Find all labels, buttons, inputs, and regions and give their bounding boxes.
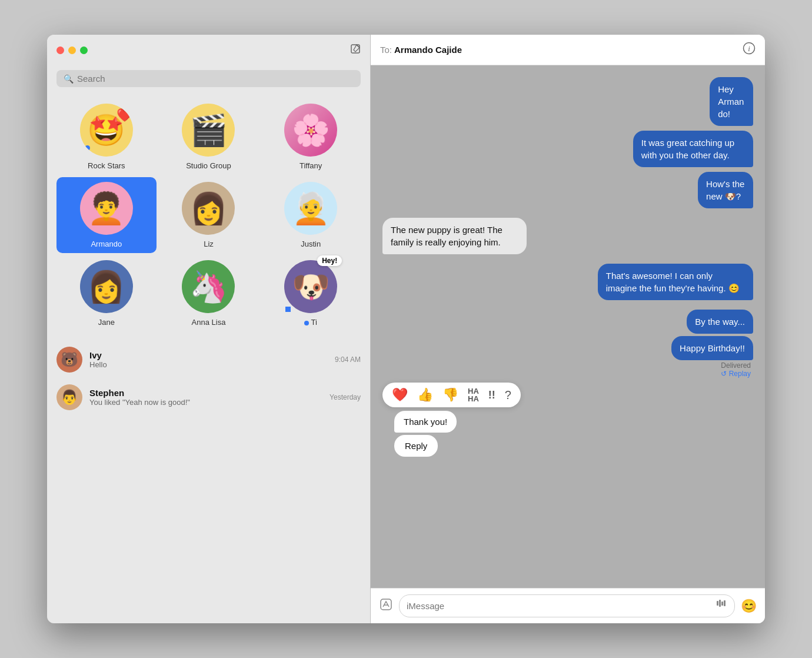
chat-name-ivy: Ivy [89,350,328,360]
pin-name-ti: Ti [304,318,317,327]
minimize-button[interactable] [68,46,76,54]
pin-name-tiffany: Tiffany [299,161,322,170]
titlebar [47,35,370,65]
msg-group-3: How's the new 🐶? [382,172,753,208]
pin-avatar-armando: 🧑‍🦱 [80,182,133,235]
pin-avatar-ti: 🐶 [284,260,337,313]
search-icon: 🔍 [64,74,74,84]
pin-name-justin: Justin [301,240,321,248]
reaction-question[interactable]: ? [505,388,511,402]
birthday-row: Happy Birthday!! Delivered ↺ Replay [382,336,753,378]
msg-row-4: The new puppy is great! The family is re… [382,218,623,254]
reaction-bar: ❤️ 👍 👎 HAHA !! ? [382,383,521,407]
chat-preview-stephen: You liked "Yeah now is good!" [89,398,322,407]
typing-area: 😊 [371,588,765,623]
pin-name-studio-group: Studio Group [186,161,231,170]
reaction-thumbsdown[interactable]: 👎 [442,387,458,403]
reaction-haha[interactable]: HAHA [468,387,479,403]
chat-time-ivy: 9:04 AM [335,355,361,364]
svg-rect-7 [721,601,723,606]
msg-group-2: It was great catching up with you the ot… [382,131,753,167]
pin-item-ti[interactable]: 🐶 Hey! Ti [261,255,361,331]
pin-name-anna-lisa: Anna Lisa [192,318,226,327]
msg-row-3: How's the new 🐶? [661,172,753,208]
app-store-button[interactable] [379,597,393,615]
pin-avatar-anna-lisa: 🦄 [182,260,235,313]
pin-item-jane[interactable]: 👩 Jane [56,255,157,331]
chat-list: 🐻 Ivy Hello 9:04 AM 👨 Stephen You liked … [47,341,370,623]
pin-name-armando: Armando [91,240,122,248]
pin-name-rock-stars: Rock Stars [88,161,125,170]
pin-item-justin[interactable]: 🧑‍🦳 Justin [261,177,361,253]
msg-row-6: By the way... [382,310,753,334]
msg-row-5: That's awesome! I can only imagine the f… [494,264,753,300]
pin-avatar-justin: 🧑‍🦳 [284,182,337,235]
bubble-3: How's the new 🐶? [698,172,753,208]
app-window: 🔍 🤩 ❤️ Rock Stars 🎬 [47,35,765,623]
reaction-exclaim[interactable]: !! [488,389,495,401]
bubble-2: It was great catching up with you the ot… [633,131,753,167]
pin-item-studio-group[interactable]: 🎬 Studio Group [159,99,259,175]
bubble-7: Happy Birthday!! [671,336,753,360]
unread-dot-ti [285,307,291,312]
maximize-button[interactable] [80,46,88,54]
audio-icon[interactable] [716,599,727,613]
emoji-button[interactable]: 😊 [741,599,757,614]
delivered-status: Delivered ↺ Replay [382,361,753,378]
close-button[interactable] [56,46,64,54]
msg-group-1: Hey Armando! [382,77,753,126]
pin-avatar-rock-stars: 🤩 ❤️ [80,104,133,157]
pin-item-armando[interactable]: 🧑‍🦱 Armando [56,177,157,253]
svg-rect-8 [724,600,726,606]
pin-avatar-tiffany: 🌸 [284,104,337,157]
messages-area: Hey Armando! It was great catching up wi… [371,65,765,588]
msg-group-4: The new puppy is great! The family is re… [382,218,753,254]
chat-preview-ivy: Hello [89,360,328,369]
message-input[interactable] [407,601,711,611]
chat-header: To: Armando Cajide i [371,35,765,65]
msg-row-7: Happy Birthday!! [382,336,753,360]
thank-you-bubble: Thank you! [394,411,457,433]
pin-item-tiffany[interactable]: 🌸 Tiffany [261,99,361,175]
chat-info-ivy: Ivy Hello [89,350,328,369]
bubble-5: That's awesome! I can only imagine the f… [598,264,753,300]
replay-button[interactable]: ↺ Replay [721,370,751,378]
sidebar: 🔍 🤩 ❤️ Rock Stars 🎬 [47,35,371,623]
pin-item-liz[interactable]: 👩 Liz [159,177,259,253]
birthday-section: By the way... Happy Birthday!! Delivered… [382,310,753,457]
chat-panel: To: Armando Cajide i Hey Armando! It was… [371,35,765,623]
pin-item-anna-lisa[interactable]: 🦄 Anna Lisa [159,255,259,331]
chat-item-ivy[interactable]: 🐻 Ivy Hello 9:04 AM [47,341,370,378]
chat-item-stephen[interactable]: 👨 Stephen You liked "Yeah now is good!" … [47,378,370,416]
reaction-heart[interactable]: ❤️ [392,387,408,403]
svg-rect-5 [717,601,718,606]
pin-avatar-studio-group: 🎬 [182,104,235,157]
pinned-grid: 🤩 ❤️ Rock Stars 🎬 Studio Group 🌸 [47,94,370,341]
info-button[interactable]: i [743,42,756,58]
to-label: To: [380,45,392,55]
pin-name-jane: Jane [98,318,115,327]
chat-avatar-ivy: 🐻 [56,347,82,373]
search-input[interactable] [77,74,354,84]
msg-row-2: It was great catching up with you the ot… [553,131,753,167]
search-bar[interactable]: 🔍 [56,70,361,87]
recipient-name: Armando Cajide [394,45,462,55]
hey-badge: Hey! [317,255,342,266]
svg-text:i: i [748,44,750,53]
bubble-1: Hey Armando! [710,77,753,126]
pin-item-rock-stars[interactable]: 🤩 ❤️ Rock Stars [56,99,157,175]
reaction-thumbsup[interactable]: 👍 [417,387,433,403]
chat-time-stephen: Yesterday [330,393,361,401]
traffic-lights [56,46,88,54]
msg-row-1: Hey Armando! [681,77,753,126]
message-input-wrapper [399,594,735,617]
chat-avatar-stephen: 👨 [56,384,82,410]
reply-bubble[interactable]: Reply [394,435,438,457]
chat-info-stephen: Stephen You liked "Yeah now is good!" [89,388,322,407]
reaction-section: ❤️ 👍 👎 HAHA !! ? Thank you! Reply [382,383,753,457]
compose-button[interactable] [350,44,361,57]
bubble-4: The new puppy is great! The family is re… [382,218,527,254]
bubble-6: By the way... [687,310,753,334]
pin-avatar-liz: 👩 [182,182,235,235]
svg-rect-6 [719,600,721,607]
